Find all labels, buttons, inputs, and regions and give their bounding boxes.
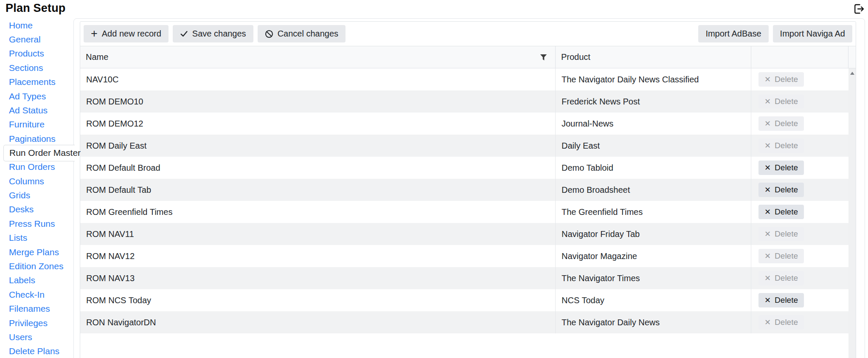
table-row[interactable]: ROM NAV11 Navigator Friday Tab ✕ Delete (80, 223, 848, 245)
delete-button[interactable]: ✕ Delete (758, 315, 804, 330)
cell-name[interactable]: ROM NCS Today (80, 289, 556, 311)
sidebar-item[interactable]: Columns (0, 174, 73, 188)
cell-product[interactable]: Frederick News Post (556, 90, 751, 113)
cancel-changes-button[interactable]: Cancel changes (258, 25, 346, 42)
cell-name[interactable]: RON NavigatorDN (80, 311, 556, 333)
table-row[interactable]: ROM Default Tab Demo Broadsheet ✕ Delete (80, 179, 848, 201)
sidebar-item-label: Grids (9, 190, 30, 200)
cancel-changes-label: Cancel changes (278, 29, 338, 39)
sidebar-item[interactable]: General (0, 32, 73, 46)
delete-x-icon: ✕ (764, 319, 771, 326)
table-row[interactable]: ROM DEMO10 Frederick News Post ✕ Delete (80, 90, 848, 113)
table-row[interactable]: ROM Default Broad Demo Tabloid ✕ Delete (80, 157, 848, 179)
table-row[interactable]: ROM NCS Today NCS Today ✕ Delete (80, 289, 848, 311)
cell-product[interactable]: Journal-News (556, 113, 751, 135)
cell-name-value: ROM Greenfield Times (86, 207, 172, 217)
cell-product[interactable]: The Greenfield Times (556, 201, 751, 223)
table-row[interactable]: ROM Greenfield Times The Greenfield Time… (80, 201, 848, 223)
cell-name[interactable]: ROM NAV12 (80, 245, 556, 267)
sidebar-item[interactable]: Home (0, 18, 73, 32)
sidebar-item[interactable]: Labels (0, 273, 73, 288)
cancel-icon (265, 30, 273, 38)
cell-product[interactable]: Demo Tabloid (556, 157, 751, 179)
sidebar-item[interactable]: Desks (0, 203, 73, 217)
delete-button[interactable]: ✕ Delete (758, 94, 804, 109)
sidebar-item[interactable]: Sections (0, 61, 73, 75)
sidebar-item-label: Lists (9, 233, 27, 243)
sidebar-item[interactable]: Grids (0, 188, 73, 202)
cell-name[interactable]: ROM DEMO12 (80, 113, 556, 135)
sidebar-item[interactable]: Furniture (0, 118, 73, 132)
cell-product-value: Navigator Friday Tab (562, 229, 640, 239)
cell-name-value: ROM Default Broad (86, 163, 160, 173)
sidebar-item[interactable]: Placements (0, 75, 73, 89)
sidebar-item[interactable]: Filenames (0, 302, 73, 316)
sidebar-item[interactable]: Merge Plans (0, 245, 73, 259)
delete-button[interactable]: ✕ Delete (758, 116, 804, 131)
import-naviga-ad-button[interactable]: Import Naviga Ad (773, 25, 852, 42)
delete-button[interactable]: ✕ Delete (758, 271, 804, 285)
table-row[interactable]: ROM DEMO12 Journal-News ✕ Delete (80, 113, 848, 135)
sidebar-item-label: Check-In (9, 290, 45, 300)
cell-name[interactable]: ROM DEMO10 (80, 90, 556, 113)
sidebar-item[interactable]: Paginations (0, 132, 73, 146)
cell-name[interactable]: ROM NAV11 (80, 223, 556, 245)
sign-out-button[interactable] (852, 3, 865, 15)
add-new-record-button[interactable]: + Add new record (84, 25, 169, 42)
cell-product[interactable]: Navigator Friday Tab (556, 223, 751, 245)
cell-product[interactable]: Demo Broadsheet (556, 179, 751, 201)
delete-button[interactable]: ✕ Delete (758, 72, 804, 87)
import-adbase-button[interactable]: Import AdBase (698, 25, 768, 42)
cell-name[interactable]: ROM Greenfield Times (80, 201, 556, 223)
sidebar-item[interactable]: Run Orders (0, 160, 73, 174)
delete-button[interactable]: ✕ Delete (758, 183, 804, 197)
sidebar-item-label: Placements (9, 77, 56, 87)
column-header-name[interactable]: Name (80, 46, 556, 68)
cell-name[interactable]: ROM Daily East (80, 135, 556, 157)
sidebar-item[interactable]: Press Runs (0, 217, 73, 231)
column-header-product[interactable]: Product (556, 46, 751, 68)
cell-product-value: The Navigator Daily News Classified (562, 75, 699, 85)
table-row[interactable]: ROM NAV13 The Navigator Times ✕ Delete (80, 267, 848, 289)
table-row[interactable]: NAV10C The Navigator Daily News Classifi… (80, 68, 848, 90)
sidebar-item[interactable]: Run Order Master (3, 145, 75, 161)
filter-icon[interactable] (538, 51, 549, 63)
cell-name[interactable]: ROM Default Broad (80, 157, 556, 179)
sidebar-item[interactable]: Check-In (0, 288, 73, 302)
scroll-up-icon[interactable] (850, 72, 854, 75)
delete-x-icon: ✕ (764, 252, 771, 260)
cell-product[interactable]: Daily East (556, 135, 751, 157)
cell-product[interactable]: The Navigator Daily News (556, 311, 751, 333)
cell-product-value: Demo Tabloid (562, 163, 613, 173)
cell-product[interactable]: NCS Today (556, 289, 751, 311)
save-changes-button[interactable]: Save changes (173, 25, 253, 42)
cell-product[interactable]: Navigator Magazine (556, 245, 751, 267)
sidebar-item[interactable]: Ad Status (0, 103, 73, 117)
sidebar-item[interactable]: Ad Types (0, 89, 73, 103)
cell-product[interactable]: The Navigator Daily News Classified (556, 68, 751, 90)
cell-name[interactable]: ROM Default Tab (80, 179, 556, 201)
delete-button[interactable]: ✕ Delete (758, 205, 804, 219)
delete-button[interactable]: ✕ Delete (758, 227, 804, 241)
table-row[interactable]: ROM NAV12 Navigator Magazine ✕ Delete (80, 245, 848, 267)
sidebar-item[interactable]: Privileges (0, 316, 73, 330)
cell-name[interactable]: NAV10C (80, 68, 556, 90)
delete-button-label: Delete (775, 119, 798, 128)
sidebar-item[interactable]: Delete Plans (0, 344, 73, 358)
sidebar-item-label: Ad Status (9, 105, 48, 116)
delete-button[interactable]: ✕ Delete (758, 161, 804, 175)
sidebar-item[interactable]: Edition Zones (0, 259, 73, 273)
cell-name[interactable]: ROM NAV13 (80, 267, 556, 289)
cell-product[interactable]: The Navigator Times (556, 267, 751, 289)
vertical-scrollbar[interactable] (848, 68, 856, 358)
delete-button[interactable]: ✕ Delete (758, 249, 804, 263)
delete-button[interactable]: ✕ Delete (758, 293, 804, 307)
sidebar-item[interactable]: Products (0, 47, 73, 61)
delete-x-icon: ✕ (764, 208, 771, 216)
sidebar-item[interactable]: Users (0, 330, 73, 344)
table-row[interactable]: RON NavigatorDN The Navigator Daily News… (80, 311, 848, 333)
delete-button[interactable]: ✕ Delete (758, 138, 804, 153)
page-title: Plan Setup (6, 2, 66, 15)
table-row[interactable]: ROM Daily East Daily East ✕ Delete (80, 135, 848, 157)
sidebar-item[interactable]: Lists (0, 231, 73, 245)
